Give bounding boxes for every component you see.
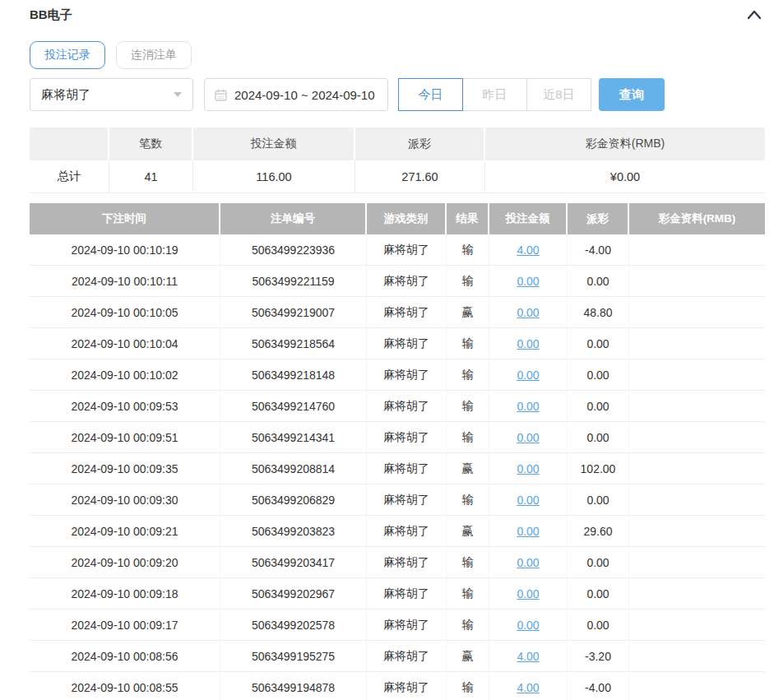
cell-bet-amount: 4.00 <box>489 641 568 672</box>
date-range-input[interactable]: 2024-09-10 ~ 2024-09-10 <box>204 78 388 111</box>
filter-bar: 麻将胡了 2024-09-10 ~ 2024-09-10 今日 昨日 近8日 <box>30 78 765 111</box>
cell-payout: -4.00 <box>568 672 629 700</box>
bet-amount-link[interactable]: 0.00 <box>517 619 539 632</box>
bet-amount-link[interactable]: 0.00 <box>517 400 539 413</box>
cell-payout: 0.00 <box>568 359 629 391</box>
tab-label: 投注记录 <box>44 48 90 63</box>
summary-col-empty <box>30 127 109 160</box>
bet-amount-link[interactable]: 0.00 <box>517 337 539 350</box>
cell-bet-time: 2024-09-10 00:10:04 <box>30 328 220 359</box>
collapse-panel-button[interactable] <box>744 7 765 23</box>
table-row: 2024-09-10 00:08:565063499195275麻将胡了赢4.0… <box>30 641 765 672</box>
cell-bet-time: 2024-09-10 00:10:19 <box>30 234 220 266</box>
panel-header: BB电子 <box>30 0 765 23</box>
tab-label: 连消注单 <box>131 48 177 63</box>
summary-header-row: 笔数 投注金额 派彩 彩金资料(RMB) <box>30 127 765 160</box>
cell-order-no: 5063499218564 <box>220 328 367 359</box>
cell-order-no: 5063499194878 <box>220 672 367 700</box>
cell-bonus <box>629 359 765 391</box>
cell-bonus <box>629 453 765 484</box>
table-row: 2024-09-10 00:09:515063499214341麻将胡了输0.0… <box>30 422 765 453</box>
table-row: 2024-09-10 00:10:025063499218148麻将胡了输0.0… <box>30 359 765 391</box>
game-select[interactable]: 麻将胡了 <box>30 78 193 111</box>
bet-amount-link[interactable]: 0.00 <box>517 556 539 569</box>
table-row: 2024-09-10 00:09:535063499214760麻将胡了输0.0… <box>30 391 765 422</box>
bet-amount-link[interactable]: 0.00 <box>517 275 539 288</box>
cell-payout: 0.00 <box>568 422 629 453</box>
table-row: 2024-09-10 00:10:045063499218564麻将胡了输0.0… <box>30 328 765 359</box>
table-row: 2024-09-10 00:09:215063499203823麻将胡了赢0.0… <box>30 516 765 547</box>
cell-bet-amount: 0.00 <box>489 516 568 547</box>
cell-bonus <box>629 516 765 547</box>
cell-payout: -3.20 <box>568 641 629 672</box>
cell-result: 输 <box>447 359 489 391</box>
caret-down-icon <box>174 92 182 97</box>
cell-bet-time: 2024-09-10 00:09:18 <box>30 578 220 610</box>
summary-col-bet-amount: 投注金额 <box>193 127 355 160</box>
cell-game-type: 麻将胡了 <box>367 516 447 547</box>
cell-bet-time: 2024-09-10 00:10:11 <box>30 266 220 297</box>
cell-bet-time: 2024-09-10 00:09:17 <box>30 610 220 641</box>
table-row: 2024-09-10 00:09:205063499203417麻将胡了输0.0… <box>30 547 765 578</box>
cell-result: 输 <box>447 328 489 359</box>
cell-game-type: 麻将胡了 <box>367 610 447 641</box>
cell-order-no: 5063499208814 <box>220 453 367 484</box>
cell-game-type: 麻将胡了 <box>367 328 447 359</box>
cell-bet-amount: 4.00 <box>489 234 568 266</box>
cell-payout: 0.00 <box>568 610 629 641</box>
cell-payout: 0.00 <box>568 328 629 359</box>
bet-amount-link[interactable]: 0.00 <box>517 306 539 319</box>
quick-range-today-button[interactable]: 今日 <box>398 78 463 111</box>
quick-range-group: 今日 昨日 近8日 <box>398 78 591 111</box>
cell-payout: 0.00 <box>568 578 629 610</box>
bet-amount-link[interactable]: 4.00 <box>517 243 539 257</box>
cell-order-no: 5063499221159 <box>220 266 367 297</box>
cell-bet-time: 2024-09-10 00:09:51 <box>30 422 220 453</box>
bet-amount-link[interactable]: 4.00 <box>517 650 539 663</box>
summary-col-count: 笔数 <box>109 127 193 160</box>
tab-cancelled-orders[interactable]: 连消注单 <box>116 41 192 69</box>
cell-order-no: 5063499214760 <box>220 391 367 422</box>
search-button[interactable]: 查询 <box>599 78 665 111</box>
cell-result: 输 <box>447 422 489 453</box>
summary-col-payout: 派彩 <box>355 127 485 160</box>
table-row: 2024-09-10 00:10:115063499221159麻将胡了输0.0… <box>30 266 765 297</box>
record-tabs: 投注记录 连消注单 <box>30 41 765 69</box>
cell-order-no: 5063499214341 <box>220 422 367 453</box>
cell-result: 输 <box>447 578 489 610</box>
cell-bonus <box>629 610 765 641</box>
bet-table-header-row: 下注时间 注单编号 游戏类别 结果 投注金额 派彩 彩金资料(RMB) <box>30 203 765 234</box>
cell-bonus <box>629 234 765 266</box>
cell-game-type: 麻将胡了 <box>367 484 447 516</box>
bet-amount-link[interactable]: 0.00 <box>517 369 539 382</box>
cell-bet-amount: 0.00 <box>489 422 568 453</box>
bet-amount-link[interactable]: 0.00 <box>517 525 539 538</box>
cell-bet-amount: 0.00 <box>489 391 568 422</box>
bet-amount-link[interactable]: 4.00 <box>517 681 539 694</box>
cell-bet-time: 2024-09-10 00:09:35 <box>30 453 220 484</box>
bet-amount-link[interactable]: 0.00 <box>517 587 539 600</box>
cell-bet-amount: 0.00 <box>489 359 568 391</box>
cell-order-no: 5063499223936 <box>220 234 367 266</box>
quick-range-yesterday-button[interactable]: 昨日 <box>462 78 527 111</box>
cell-game-type: 麻将胡了 <box>367 547 447 578</box>
cell-payout: 0.00 <box>568 266 629 297</box>
cell-bet-time: 2024-09-10 00:10:02 <box>30 359 220 391</box>
cell-payout: 0.00 <box>568 391 629 422</box>
quick-range-last8days-button[interactable]: 近8日 <box>526 78 591 111</box>
bet-amount-link[interactable]: 0.00 <box>517 431 539 444</box>
cell-bonus <box>629 328 765 359</box>
cell-payout: 0.00 <box>568 547 629 578</box>
cell-bet-time: 2024-09-10 00:08:56 <box>30 641 220 672</box>
tab-bet-records[interactable]: 投注记录 <box>30 41 105 69</box>
bet-amount-link[interactable]: 0.00 <box>517 462 539 475</box>
bet-amount-link[interactable]: 0.00 <box>517 494 539 507</box>
table-row: 2024-09-10 00:08:555063499194878麻将胡了输4.0… <box>30 672 765 700</box>
cell-bonus <box>629 547 765 578</box>
summary-total-bet-amount: 116.00 <box>193 160 355 193</box>
cell-result: 输 <box>447 610 489 641</box>
calendar-icon <box>215 89 227 101</box>
cell-result: 输 <box>447 672 489 700</box>
cell-game-type: 麻将胡了 <box>367 641 447 672</box>
cell-order-no: 5063499203823 <box>220 516 367 547</box>
